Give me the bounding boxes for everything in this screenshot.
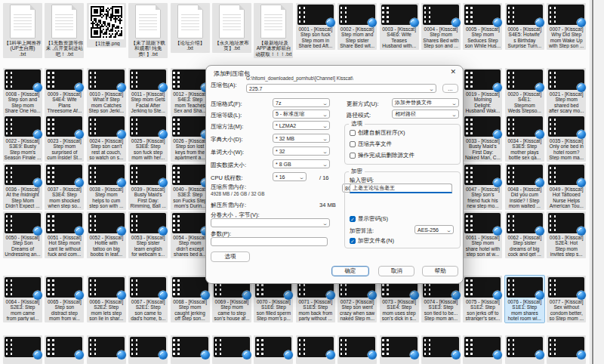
- file-tile[interactable]: 0048 - [Kisscat]Did you cuminside? ! Ste…: [505, 163, 544, 210]
- compress-shared-checkbox[interactable]: 压缩共享文件: [350, 140, 392, 148]
- file-tile[interactable]: 0019 - [Kisscat]MorningDelight:Husband W…: [463, 68, 502, 115]
- file-tile[interactable]: 0004 - [Kisscat]Step momShares Bed withS…: [421, 3, 461, 50]
- ok-button[interactable]: 确定: [331, 266, 369, 276]
- browse-button[interactable]: ...: [442, 84, 458, 93]
- scrollbar-thumb[interactable]: [592, 0, 593, 364]
- file-tile[interactable]: 0065 - [Kisscat]Step sondistract stepmom…: [45, 276, 84, 322]
- file-tile[interactable]: 0005 - [Kisscat]Step momSeduces Stepson …: [463, 3, 502, 50]
- file-tile[interactable]: 0077 - [Kisscat]Sex withoutcondom better…: [547, 276, 586, 322]
- file-tile[interactable]: 0003 - [Kisscat]S4E6: WifeTeasesHusband …: [380, 3, 419, 50]
- file-tile[interactable]: 0052 - [Kisscat]Hottie withtattoo on big…: [87, 211, 126, 258]
- cpu-threads-combo[interactable]: * 16⌄: [273, 172, 307, 181]
- file-tile[interactable]: 0061 - [Kisscat]Step momshare hotel with…: [463, 211, 502, 258]
- file-tile[interactable]: 0025 - [Kisscat]S3E8: Stepson fuck stepm…: [128, 115, 168, 162]
- file-tile[interactable]: 【永久地址发布页】.txt: [212, 3, 251, 53]
- dict-combo[interactable]: * 32 MB⌄: [273, 134, 330, 143]
- file-tile[interactable]: 0020 - [Kisscat]S4E1:StepmomWeds Stepso.…: [505, 68, 544, 115]
- parameters-input[interactable]: [211, 237, 328, 246]
- solid-combo[interactable]: * 8 GB⌄: [273, 159, 330, 168]
- file-tile[interactable]: 0021 - [Kisscat]Step momshared bedafter …: [547, 68, 586, 115]
- file-tile[interactable]: 0053 - [Kisscat]Step sisterlearn english…: [128, 211, 168, 258]
- help-button[interactable]: 帮助: [422, 266, 458, 276]
- file-tile[interactable]: 【1注册.png: [87, 3, 126, 48]
- file-tile[interactable]: 0012 - [Kisscat]S4E3: Stepmom TeachesSex…: [171, 68, 210, 115]
- text-file-icon: [177, 5, 203, 39]
- file-caption: 0034 - [Kisscat]S3E5: Stepmother playsbo…: [506, 138, 544, 160]
- show-password-checkbox[interactable]: ✓ 显示密码(S): [350, 215, 388, 223]
- file-tile[interactable]: 0007 - [Kisscat]Why Did Stepmom Wake Upw…: [547, 3, 586, 50]
- film-sprockets: [553, 277, 557, 298]
- file-tile[interactable]: 0049 - [Kisscat]Hot TattooedNurse HelpsA…: [547, 163, 586, 210]
- archive-name-combo[interactable]: 225.7 ⌄: [246, 84, 436, 93]
- encrypt-filenames-checkbox[interactable]: ✓ 加密文件名(N): [350, 237, 394, 245]
- file-tile[interactable]: 0047 - [Kisscat]Step son'sfriend fuck hi…: [463, 163, 502, 210]
- file-tile[interactable]: 0034 - [Kisscat]S3E5: Stepmother playsbo…: [505, 115, 544, 162]
- cancel-button[interactable]: 取消: [378, 266, 414, 276]
- file-tile[interactable]: 【来了就能下载和观看! 纯免费! 】.txt: [128, 3, 168, 58]
- word-combo[interactable]: * 32⌄: [273, 147, 330, 156]
- file-thumbnail: [507, 165, 543, 185]
- path-mode-combo[interactable]: 相对路径⌄: [392, 110, 459, 119]
- file-tile[interactable]: 0035 - [Kisscat]Only one bed inhotel roo…: [547, 115, 586, 162]
- file-tile[interactable]: [87, 335, 126, 364]
- file-tile[interactable]: [463, 335, 502, 364]
- options-button[interactable]: 选项: [211, 251, 250, 262]
- file-tile[interactable]: 0062 - [Kisscat]Step sisterdreams of big…: [505, 211, 544, 258]
- file-tile[interactable]: [254, 335, 293, 364]
- file-tile[interactable]: [171, 335, 210, 364]
- file-tile[interactable]: 【最新地址及APP请发邮箱自动获取！！！.txt: [254, 3, 293, 58]
- file-tile[interactable]: 0067 - [Kisscat]S2E1: Stepson came todad…: [128, 276, 168, 322]
- file-tile[interactable]: 0033 - [Kisscat]Busty Maid'sFirst Day:Na…: [463, 115, 502, 162]
- vertical-scrollbar[interactable]: [590, 0, 604, 364]
- file-tile[interactable]: 0040 - [Kisscat]S3E3: Stepson Fucks Step…: [171, 163, 210, 210]
- file-tile[interactable]: 0038 - [Kisscat]Step momhelps to cumstep…: [87, 163, 126, 210]
- file-tile[interactable]: 0054 - [Kisscat]Step momdidn't exceptsha…: [171, 211, 210, 258]
- file-tile[interactable]: 0036 - [Kisscat]At the midnightStep MomD…: [3, 163, 42, 210]
- file-tile[interactable]: 【论坛介绍】.txt: [171, 3, 210, 53]
- level-combo[interactable]: 5 - 标准压缩⌄: [273, 110, 330, 119]
- file-tile[interactable]: 0022 - [Kisscat]S3E9: BustyStep mom'sSea…: [3, 115, 42, 162]
- password-input[interactable]: 上老王论坛当老王: [350, 184, 452, 193]
- file-tile[interactable]: 0009 - [Kisscat]S4E4: WifePlansThreesome…: [45, 68, 84, 115]
- file-tile[interactable]: 0050 - [Kisscat]Step SonDreams ofUndress…: [3, 211, 42, 258]
- file-tile[interactable]: [296, 335, 335, 364]
- file-tile[interactable]: [128, 335, 168, 364]
- file-tile[interactable]: 0001 - [Kisscat]Step son fuckStep mom in…: [296, 3, 335, 50]
- file-browser-canvas: 【1科学上网推荐(UP主自用).txt【1无数资源等你来 ,点开复制进站吧！ .…: [0, 0, 604, 364]
- file-tile[interactable]: 0075 - [Kisscat]S1E2: Stepson jerks off …: [463, 276, 502, 322]
- file-tile[interactable]: 0008 - [Kisscat]Step son andStep momShar…: [3, 68, 42, 115]
- file-tile[interactable]: 0066 - [Kisscat]S2E2: Stepmom lets steps…: [87, 276, 126, 322]
- file-tile[interactable]: 0064 - [Kisscat]S2E3: Stepmom camefrom p…: [3, 276, 42, 322]
- file-tile[interactable]: [337, 335, 377, 364]
- volume-size-combo[interactable]: ⌄: [211, 218, 330, 227]
- close-icon[interactable]: ✕: [450, 68, 456, 76]
- file-tile[interactable]: 0039 - [Kisscat]Busty Maid'sFirst Day:Ri…: [128, 163, 168, 210]
- file-tile[interactable]: 【1无数资源等你来 ,点开复制进站吧！ .txt: [45, 3, 84, 58]
- file-tile[interactable]: 0037 - [Kisscat]S3E4: Stepmom shockedwhe…: [45, 163, 84, 210]
- file-tile[interactable]: 0024 - [Kisscat]Step son can'trest at co…: [87, 115, 126, 162]
- delete-after-checkbox[interactable]: 操作完成后删除源文件: [350, 152, 414, 159]
- file-tile[interactable]: 0068 - [Kisscat]Step momcaught jerkingof…: [171, 276, 210, 322]
- update-mode-combo[interactable]: 添加并替换文件⌄: [392, 98, 459, 107]
- file-tile[interactable]: 0063 - [Kisscat]S2E4: HotStep mominvites…: [547, 211, 586, 258]
- file-tile[interactable]: [547, 335, 586, 364]
- file-tile[interactable]: 0002 - [Kisscat]Step mom andStep sisterS…: [337, 3, 377, 50]
- file-tile[interactable]: [380, 335, 419, 364]
- file-tile[interactable]: 0076 - [Kisscat]S1E1: Stepmom shareshote…: [505, 276, 544, 322]
- file-tile[interactable]: [45, 335, 84, 364]
- file-tile[interactable]: 0023 - [Kisscat]Step momsurprised ofcum …: [45, 115, 84, 162]
- file-tile[interactable]: 【1科学上网推荐(UP主自用).txt: [3, 3, 42, 58]
- file-tile[interactable]: 0006 - [Kisscat]S4E5: Hotwife's Birthday…: [505, 3, 544, 50]
- file-tile[interactable]: [421, 335, 461, 364]
- create-sfx-checkbox[interactable]: 创建自解压程序(X): [350, 129, 405, 137]
- file-tile[interactable]: [3, 335, 42, 364]
- method-combo[interactable]: * LZMA2⌄: [273, 121, 330, 130]
- encryption-algo-combo[interactable]: AES-256⌄: [414, 225, 454, 234]
- file-tile[interactable]: 0051 - [Kisscat]Hot Step momcant lie wit…: [45, 211, 84, 258]
- file-tile[interactable]: 0010 - [Kisscat]What if Stepmom CatchesS…: [87, 68, 126, 115]
- file-tile[interactable]: [212, 335, 251, 364]
- file-tile[interactable]: 0011 - [Kisscat]Step mom GetsFacial Afte…: [128, 68, 168, 115]
- format-combo[interactable]: 7z⌄: [273, 98, 330, 107]
- file-tile[interactable]: 0026 - [Kisscat]Step son lostkeys from t…: [171, 115, 210, 162]
- file-tile[interactable]: [505, 335, 544, 364]
